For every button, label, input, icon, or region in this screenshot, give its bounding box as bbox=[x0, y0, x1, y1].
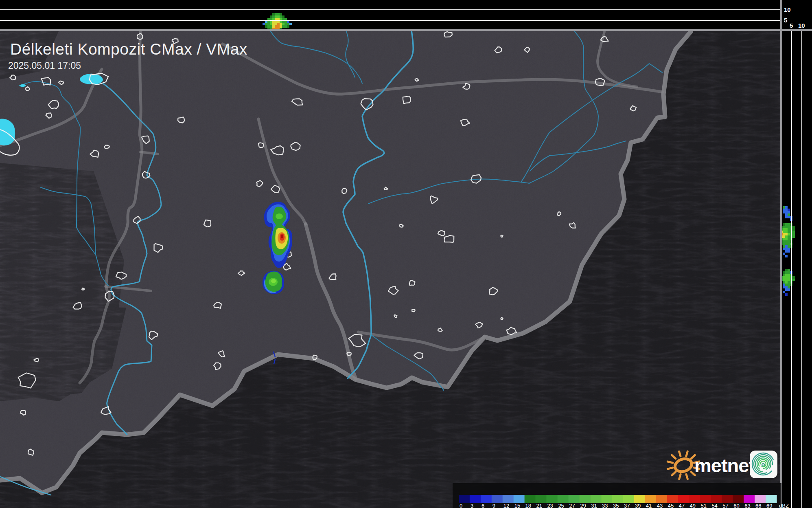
scalebar-label: 0 bbox=[460, 503, 462, 508]
scalebar-segment bbox=[722, 495, 733, 503]
scalebar-segment bbox=[667, 495, 678, 503]
scalebar-label: 33 bbox=[602, 503, 608, 508]
scalebar-segment bbox=[546, 495, 558, 503]
scalebar-label: 57 bbox=[722, 503, 728, 508]
scalebar-segment bbox=[459, 495, 470, 503]
scalebar-segment bbox=[470, 495, 481, 503]
scalebar-segment bbox=[623, 495, 635, 503]
divider-horizontal bbox=[0, 29, 812, 31]
divider-vertical bbox=[780, 0, 782, 508]
scalebar-label: 18 bbox=[525, 503, 531, 508]
radar-echo-cell-south bbox=[263, 271, 284, 295]
scalebar-segment bbox=[612, 495, 624, 503]
scalebar-label: 54 bbox=[711, 503, 717, 508]
scalebar-segment bbox=[733, 495, 744, 503]
scalebar-segment bbox=[744, 495, 755, 503]
scalebar-segments: 0369121518212325272931333537394143454749… bbox=[459, 495, 789, 508]
scalebar-segment bbox=[656, 495, 668, 503]
scalebar-segment bbox=[514, 495, 525, 503]
scalebar-label: 25 bbox=[558, 503, 564, 508]
scalebar-segment bbox=[755, 495, 766, 503]
scalebar-label: 23 bbox=[547, 503, 553, 508]
scalebar-label: 49 bbox=[690, 503, 696, 508]
scalebar-label: 31 bbox=[591, 503, 597, 508]
scalebar-segment bbox=[700, 495, 711, 503]
horizontal-axis-label-10: 10 bbox=[798, 22, 805, 29]
scalebar-segment bbox=[568, 495, 580, 503]
dbz-scalebar: 0369121518212325272931333537394143454749… bbox=[453, 483, 789, 508]
vertical-axis-label-5: 5 bbox=[784, 17, 787, 24]
right-strip-background bbox=[782, 0, 812, 508]
scalebar-segment bbox=[579, 495, 591, 503]
radar-viewer: 10 5 5 10 Délkeleti Kompozit CMax / VMax… bbox=[0, 0, 812, 508]
right-profile-strip bbox=[780, 0, 812, 508]
scalebar-label: 66 bbox=[755, 503, 761, 508]
scalebar-label: 41 bbox=[646, 503, 652, 508]
product-timestamp: 2025.05.01 17:05 bbox=[8, 60, 81, 71]
scalebar-segment bbox=[678, 495, 689, 503]
vertical-axis-label-10: 10 bbox=[784, 6, 791, 13]
scalebar-label: 51 bbox=[701, 503, 707, 508]
scalebar-label: 6 bbox=[482, 503, 484, 508]
scalebar-segment bbox=[481, 495, 492, 503]
scalebar-segment bbox=[645, 495, 657, 503]
scalebar-segment bbox=[766, 495, 777, 503]
scalebar-segment bbox=[590, 495, 602, 503]
map-layers bbox=[0, 0, 812, 508]
scalebar-label: 45 bbox=[668, 503, 674, 508]
horizontal-axis-label-5: 5 bbox=[790, 22, 793, 29]
scalebar-segment bbox=[689, 495, 700, 503]
scalebar-segment bbox=[634, 495, 646, 503]
scalebar-unit-label: dBZ bbox=[779, 503, 789, 508]
scalebar-label: 12 bbox=[503, 503, 509, 508]
metnet-app-icon bbox=[748, 449, 779, 479]
radar-map-canvas: 10 5 5 10 Délkeleti Kompozit CMax / VMax… bbox=[0, 0, 812, 508]
echo-core-brightest bbox=[271, 279, 276, 283]
top-strip-background bbox=[0, 0, 812, 29]
scalebar-label: 29 bbox=[580, 503, 586, 508]
scalebar-label: 39 bbox=[635, 503, 641, 508]
scalebar-label: 37 bbox=[624, 503, 630, 508]
scalebar-label: 69 bbox=[766, 503, 772, 508]
scalebar-label: 21 bbox=[536, 503, 542, 508]
top-profile-strip bbox=[0, 0, 812, 30]
scalebar-segment bbox=[503, 495, 514, 503]
scalebar-label: 27 bbox=[569, 503, 575, 508]
scalebar-label: 9 bbox=[492, 503, 495, 508]
scalebar-segment bbox=[492, 495, 503, 503]
scalebar-segment bbox=[557, 495, 569, 503]
scalebar-label: 63 bbox=[744, 503, 750, 508]
echo-main-lobe-red-core bbox=[281, 235, 283, 238]
scalebar-label: 35 bbox=[613, 503, 619, 508]
scalebar-segment bbox=[536, 495, 547, 503]
scalebar-segment bbox=[525, 495, 536, 503]
scalebar-label: 60 bbox=[733, 503, 739, 508]
scalebar-segment bbox=[711, 495, 722, 503]
scalebar-segment bbox=[601, 495, 613, 503]
logo-wordmark: metnet bbox=[694, 455, 755, 476]
product-title: Délkeleti Kompozit CMax / VMax bbox=[10, 40, 247, 58]
echo-top-lobe-core bbox=[276, 213, 283, 219]
scalebar-label: 47 bbox=[679, 503, 685, 508]
scalebar-label: 15 bbox=[514, 503, 520, 508]
scalebar-label: 43 bbox=[657, 503, 663, 508]
scalebar-label: 3 bbox=[471, 503, 473, 508]
